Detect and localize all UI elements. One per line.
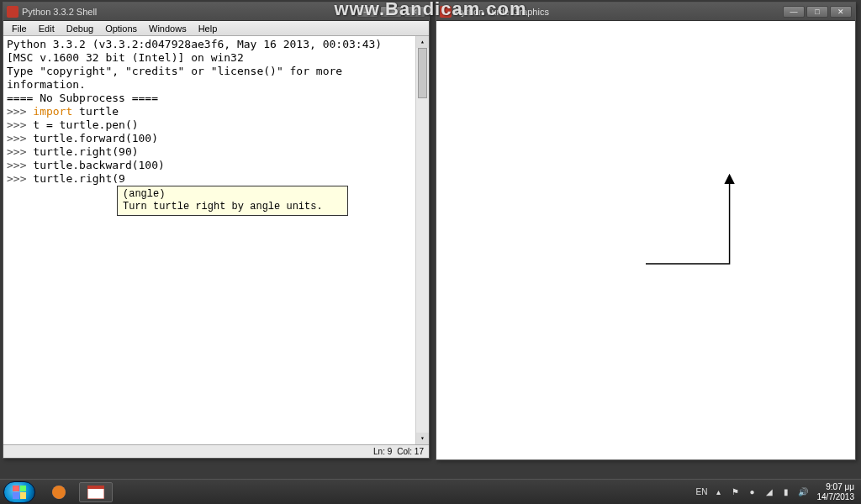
- editor-scrollbar[interactable]: ▴ ▾: [415, 36, 429, 444]
- menu-file[interactable]: File: [7, 23, 32, 34]
- menu-help[interactable]: Help: [193, 23, 223, 34]
- windows-logo-icon: [13, 486, 26, 499]
- language-indicator[interactable]: EN: [696, 486, 708, 498]
- bluetooth-icon[interactable]: ●: [747, 486, 758, 498]
- clock-date: 14/7/2013: [817, 492, 855, 502]
- idle-menubar: File Edit Debug Options Windows Help: [3, 21, 429, 36]
- minimize-button[interactable]: —: [783, 6, 805, 18]
- status-line: Ln: 9: [373, 447, 392, 456]
- turtle-titlebar[interactable]: Python Turtle Graphics — □ ✕: [436, 3, 855, 21]
- turtle-title: Python Turtle Graphics: [455, 7, 783, 17]
- action-center-icon[interactable]: ⚑: [730, 486, 742, 498]
- idle-app-icon: [87, 486, 104, 499]
- menu-windows[interactable]: Windows: [144, 23, 192, 34]
- menu-debug[interactable]: Debug: [61, 23, 98, 34]
- taskbar-item-firefox[interactable]: [42, 482, 76, 502]
- shell-line: >>> turtle.right(90): [7, 145, 425, 159]
- idle-statusbar: Ln: 9 Col: 17: [3, 444, 429, 458]
- scroll-thumb[interactable]: [418, 48, 427, 98]
- clock-time: 9:07 μμ: [817, 482, 855, 492]
- network-icon[interactable]: ◢: [763, 486, 775, 498]
- turtle-canvas: [436, 21, 855, 459]
- idle-shell-window: Python 3.3.2 Shell — □ ✕ File Edit Debug…: [3, 2, 430, 459]
- svg-marker-0: [726, 175, 734, 183]
- scroll-down-icon[interactable]: ▾: [416, 433, 429, 444]
- svg-rect-3: [87, 486, 104, 489]
- turtle-window: Python Turtle Graphics — □ ✕: [436, 2, 856, 460]
- calltip-signature: (angle): [123, 188, 342, 201]
- python-icon: [440, 6, 452, 18]
- idle-title: Python 3.3.2 Shell: [22, 7, 357, 17]
- shell-line: >>> turtle.right(9: [7, 172, 425, 186]
- menu-options[interactable]: Options: [100, 23, 142, 34]
- maximize-button[interactable]: □: [380, 6, 402, 18]
- close-button[interactable]: ✕: [830, 6, 852, 18]
- scroll-up-icon[interactable]: ▴: [416, 36, 429, 48]
- taskbar: EN ▴ ⚑ ● ◢ ▮ 🔊 9:07 μμ 14/7/2013: [0, 479, 861, 504]
- shell-line: >>> turtle.backward(100): [7, 159, 425, 172]
- firefox-icon: [51, 485, 66, 500]
- close-button[interactable]: ✕: [404, 6, 425, 18]
- shell-line: >>> turtle.forward(100): [7, 132, 425, 145]
- calltip-doc: Turn turtle right by angle units.: [123, 201, 342, 213]
- shell-banner: Python 3.3.2 (v3.3.2:d047928ae3f6, May 1…: [7, 38, 425, 105]
- chevron-up-icon[interactable]: ▴: [713, 486, 725, 498]
- shell-line: >>> import turtle: [7, 105, 425, 118]
- shell-editor[interactable]: Python 3.3.2 (v3.3.2:d047928ae3f6, May 1…: [3, 36, 429, 444]
- taskbar-item-idle[interactable]: [79, 482, 113, 502]
- python-icon: [7, 6, 18, 18]
- taskbar-clock[interactable]: 9:07 μμ 14/7/2013: [814, 482, 855, 502]
- idle-titlebar[interactable]: Python 3.3.2 Shell — □ ✕: [3, 3, 429, 21]
- system-tray: EN ▴ ⚑ ● ◢ ▮ 🔊 9:07 μμ 14/7/2013: [696, 482, 858, 502]
- volume-icon[interactable]: 🔊: [797, 486, 809, 498]
- start-button[interactable]: [3, 481, 35, 503]
- status-col: Col: 17: [397, 447, 424, 456]
- shell-line: >>> t = turtle.pen(): [7, 118, 425, 132]
- calltip-tooltip: (angle) Turn turtle right by angle units…: [117, 186, 348, 216]
- battery-icon[interactable]: ▮: [780, 486, 792, 498]
- maximize-button[interactable]: □: [806, 6, 828, 18]
- turtle-drawing: [436, 21, 855, 459]
- minimize-button[interactable]: —: [357, 6, 378, 18]
- menu-edit[interactable]: Edit: [34, 23, 60, 34]
